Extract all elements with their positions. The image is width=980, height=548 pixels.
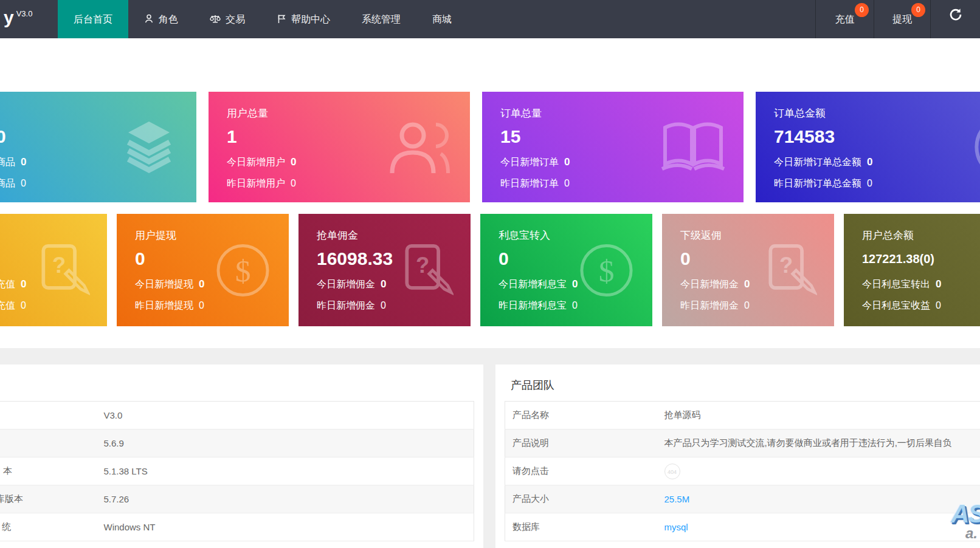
table-row: 产品大小 25.5M: [505, 485, 980, 513]
top-navbar: yV3.0 后台首页 角色 交易 帮助中心 系统管理 商城 充值 0 提现 0: [0, 0, 980, 38]
card-number: 0: [680, 247, 834, 273]
card-stat-line: 今日新增用户0: [227, 151, 470, 173]
stat-card-order-amount: 订单总金额 714583 今日新增订单总金额0 昨日新增订单总金额0 $: [756, 92, 980, 202]
system-value: V3.0: [97, 402, 474, 430]
scales-icon: [210, 1, 221, 39]
stat-card-users-total: 用户总量 1 今日新增用户0 昨日新增用户0: [209, 92, 470, 202]
card-stat-line: 商品0: [0, 151, 196, 173]
card-number: 127221.38(0): [862, 247, 980, 273]
card-title: 用户提现: [135, 228, 289, 247]
database-link[interactable]: mysql: [664, 522, 688, 532]
card-title: 订单总量: [500, 106, 744, 125]
main-nav: 后台首页 角色 交易 帮助中心 系统管理 商城: [58, 0, 468, 38]
card-stat-line: 商品0: [0, 173, 196, 194]
card-number: 16098.33: [317, 247, 471, 273]
product-size-link[interactable]: 25.5M: [664, 494, 690, 504]
stat-card-interest-in: 利息宝转入 0 今日新增利息宝0 昨日新增利息宝0 $: [480, 214, 652, 326]
recharge-button[interactable]: 充值 0: [815, 0, 874, 38]
system-value: 5.6.9: [97, 430, 474, 457]
card-title: 用户总量: [227, 106, 470, 125]
stat-card-commission: 抢单佣金 16098.33 今日新增佣金0 昨日新增佣金0 ?: [298, 214, 471, 326]
logo-text: y: [4, 7, 14, 27]
system-info-panel: V3.0 5.6.9 本 5.1.38 LTS 库版本 5.7.26 统 Win…: [0, 365, 483, 548]
table-row: V3.0: [0, 402, 474, 430]
card-stat-line: 充值0: [0, 273, 107, 295]
table-row: 5.6.9: [0, 430, 474, 457]
refresh-button[interactable]: [930, 0, 980, 38]
table-row: 本 5.1.38 LTS: [0, 457, 474, 485]
stat-card-user-balance: 用户总余额 127221.38(0) 今日利息宝转出0 今日利息宝收益0 $: [844, 214, 980, 326]
card-stat-line: 充值0: [0, 295, 107, 316]
system-value: 5.1.38 LTS: [97, 457, 474, 485]
card-title: [0, 106, 196, 125]
product-name-value: 抢单源码: [657, 402, 980, 430]
stat-card-recharge: 充值0 充值0 ?: [0, 214, 107, 326]
system-value: 5.7.26: [97, 485, 474, 513]
card-stat-line: 昨日新增佣金0: [317, 295, 471, 316]
table-row: 产品名称 抢单源码: [505, 402, 980, 430]
table-row: 库版本 5.7.26: [0, 485, 474, 513]
table-row: 产品说明 本产品只为学习测试交流,请勿要做商业或者用于违法行为,一切后果自负: [505, 430, 980, 457]
product-team-panel: 产品团队 产品名称 抢单源码 产品说明 本产品只为学习测试交流,请勿要做商业或者…: [495, 365, 980, 548]
card-number: [0, 247, 107, 273]
card-stat-line: 昨日新增订单0: [500, 173, 744, 194]
bottom-section: V3.0 5.6.9 本 5.1.38 LTS 库版本 5.7.26 统 Win…: [0, 348, 980, 548]
card-number: 0: [135, 247, 289, 273]
flag-icon: [277, 1, 286, 39]
nav-item-help-center[interactable]: 帮助中心: [261, 0, 346, 38]
stat-card-goods: 0 商品0 商品0: [0, 92, 196, 202]
withdraw-button[interactable]: 提现 0: [874, 0, 930, 38]
nav-item-trade[interactable]: 交易: [194, 0, 261, 38]
card-stat-line: 昨日新增用户0: [227, 173, 470, 194]
card-number: 15: [500, 125, 744, 151]
nav-item-system[interactable]: 系统管理: [346, 0, 416, 38]
card-title: 订单总金额: [774, 106, 980, 125]
stat-card-sub-rebate: 下级返佣 0 今日新增佣金0 昨日新增佣金0 ?: [662, 214, 834, 326]
card-number: 0: [0, 125, 196, 151]
card-title: 用户总余额: [862, 228, 980, 247]
stat-cards-row-1: 0 商品0 商品0 用户总量 1 今日新增用户0 昨日新增用户0 订单总量 15…: [0, 92, 980, 202]
system-info-title: [0, 365, 483, 401]
version-label: V3.0: [16, 9, 33, 18]
card-stat-line: 昨日新增佣金0: [680, 295, 834, 316]
card-stat-line: 今日新增佣金0: [680, 273, 834, 295]
card-stat-line: 今日利息宝转出0: [862, 273, 980, 295]
card-stat-line: 今日利息宝收益0: [862, 295, 980, 316]
card-stat-line: 今日新增订单总金额0: [774, 151, 980, 173]
withdraw-badge: 0: [911, 3, 925, 17]
card-stat-line: 昨日新增提现0: [135, 295, 289, 316]
404-badge[interactable]: 404: [664, 464, 680, 479]
card-title: 抢单佣金: [317, 228, 471, 247]
card-number: 0: [499, 247, 652, 273]
product-team-title: 产品团队: [495, 365, 980, 401]
product-team-table: 产品名称 抢单源码 产品说明 本产品只为学习测试交流,请勿要做商业或者用于违法行…: [505, 401, 980, 541]
nav-item-home[interactable]: 后台首页: [58, 0, 128, 38]
card-stat-line: 昨日新增订单总金额0: [774, 173, 980, 194]
table-row: 统 Windows NT: [0, 513, 474, 541]
nav-item-roles[interactable]: 角色: [128, 0, 194, 38]
card-stat-line: 今日新增提现0: [135, 273, 289, 295]
card-stat-line: 今日新增佣金0: [317, 273, 471, 295]
navbar-right: 充值 0 提现 0: [815, 0, 980, 38]
stat-card-withdraw: 用户提现 0 今日新增提现0 昨日新增提现0 $: [117, 214, 289, 326]
recharge-badge: 0: [855, 3, 869, 17]
system-info-table: V3.0 5.6.9 本 5.1.38 LTS 库版本 5.7.26 统 Win…: [0, 401, 474, 541]
card-stat-line: 今日新增订单0: [500, 151, 744, 173]
table-row: 请勿点击 404: [505, 457, 980, 485]
card-title: [0, 228, 107, 247]
card-title: 利息宝转入: [499, 228, 652, 247]
card-stat-line: 今日新增利息宝0: [499, 273, 652, 295]
nav-item-mall[interactable]: 商城: [416, 0, 468, 38]
card-number: 1: [227, 125, 470, 151]
refresh-icon: [948, 0, 963, 38]
card-title: 下级返佣: [680, 228, 834, 247]
stat-cards-row-2: 充值0 充值0 ? 用户提现 0 今日新增提现0 昨日新增提现0 $ 抢单佣金 …: [0, 214, 980, 326]
user-icon: [144, 1, 154, 39]
card-number: 714583: [774, 125, 980, 151]
table-row: 数据库 mysql: [505, 513, 980, 541]
card-stat-line: 昨日新增利息宝0: [499, 295, 652, 316]
product-desc-value: 本产品只为学习测试交流,请勿要做商业或者用于违法行为,一切后果自负: [657, 430, 980, 457]
stat-card-orders-total: 订单总量 15 今日新增订单0 昨日新增订单0: [482, 92, 744, 202]
system-value: Windows NT: [97, 513, 474, 541]
app-logo: yV3.0: [4, 7, 32, 28]
